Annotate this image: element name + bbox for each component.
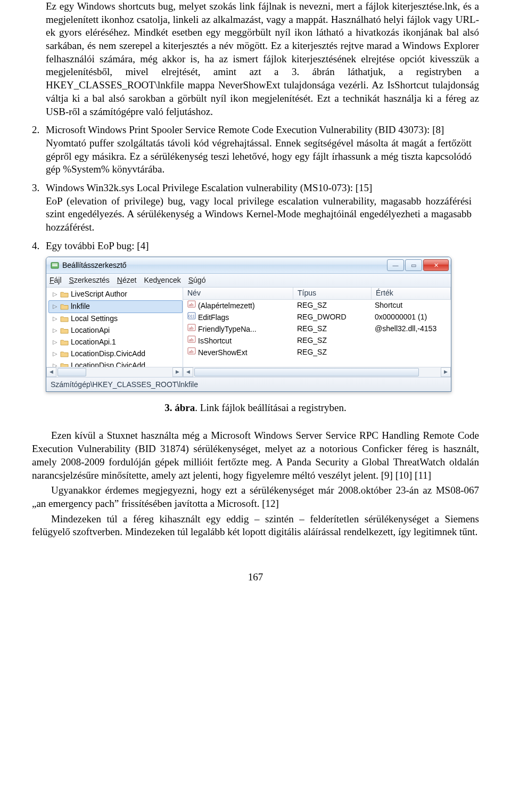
- string-value-icon: ab: [187, 300, 196, 308]
- value-type-cell: REG_DWORD: [293, 312, 370, 322]
- registry-editor-window: Beállításszerkesztő — ▭ ✕ Fájl Szerkeszt…: [46, 257, 451, 391]
- string-value-icon: ab: [187, 347, 196, 355]
- tree-expand-icon[interactable]: ▷: [52, 315, 58, 322]
- menu-help[interactable]: Súgó: [188, 275, 206, 285]
- value-name-cell: abFriendlyTypeNa...: [183, 323, 293, 334]
- scroll-left-icon[interactable]: ◀: [46, 367, 56, 377]
- tree-item[interactable]: ▷LocationDisp.CivicAdd: [48, 348, 183, 360]
- list-number: 2.: [32, 124, 46, 137]
- scroll-track[interactable]: [193, 368, 441, 376]
- tree-expand-icon[interactable]: ▷: [52, 338, 58, 346]
- scroll-thumb[interactable]: [57, 368, 86, 376]
- folder-icon: [60, 327, 69, 334]
- tree-expand-icon[interactable]: ▷: [52, 290, 58, 298]
- figure-text: . Link fájlok beállításai a registryben.: [195, 402, 346, 413]
- value-type-cell: REG_SZ: [293, 324, 370, 333]
- minimize-button[interactable]: —: [387, 259, 404, 271]
- scroll-right-icon[interactable]: ▶: [172, 367, 183, 377]
- svg-text:011: 011: [188, 314, 195, 319]
- list-number: 3.: [32, 182, 46, 195]
- menu-file[interactable]: Fájl: [50, 275, 62, 285]
- menubar: Fájl Szerkesztés Nézet Kedvencek Súgó: [46, 274, 451, 287]
- menu-underline: S: [69, 276, 74, 284]
- folder-icon: [60, 291, 69, 298]
- tree-expand-icon[interactable]: ▷: [52, 350, 58, 357]
- string-value-icon: ab: [187, 323, 196, 332]
- panes: ▷LiveScript Author▷lnkfile▷Local Setting…: [46, 288, 451, 377]
- col-value[interactable]: Érték: [372, 288, 451, 299]
- list-item-2: 2.Microsoft Windows Print Spooler Servic…: [32, 124, 479, 176]
- tree-hscrollbar[interactable]: ◀ ▶: [46, 367, 183, 377]
- registry-value-row[interactable]: abIsShortcutREG_SZ: [183, 335, 451, 347]
- folder-icon: [60, 339, 69, 346]
- registry-value-row[interactable]: ab(Alapértelmezett)REG_SZShortcut: [183, 300, 451, 311]
- figure-label: 3. ábra: [164, 402, 195, 413]
- list-header[interactable]: Név Típus Érték: [183, 288, 451, 300]
- tree-label: lnkfile: [71, 301, 90, 311]
- menu-view[interactable]: Nézet: [117, 275, 137, 285]
- paragraph-after-3: Mindezeken túl a féreg kihasznált egy ed…: [32, 513, 479, 539]
- string-value-icon: ab: [187, 335, 196, 343]
- binary-value-icon: 011: [187, 311, 196, 320]
- list-line1: Microsoft Windows Print Spooler Service …: [46, 124, 444, 135]
- value-type-cell: REG_SZ: [293, 347, 370, 357]
- tree-label: Local Settings: [71, 314, 118, 323]
- tree-label: LocationApi.1: [71, 337, 116, 347]
- col-type[interactable]: Típus: [293, 288, 372, 299]
- value-data-cell: Shortcut: [370, 300, 451, 310]
- tree-expand-icon[interactable]: ▷: [52, 326, 58, 334]
- svg-rect-2: [52, 265, 57, 266]
- value-data-cell: @shell32.dll,-4153: [370, 324, 451, 333]
- svg-text:ab: ab: [189, 302, 194, 307]
- list-number: 4.: [32, 240, 46, 253]
- menu-underline: N: [117, 276, 122, 284]
- close-button[interactable]: ✕: [423, 259, 449, 271]
- scroll-thumb[interactable]: [194, 368, 419, 376]
- menu-rest: ézet: [122, 276, 136, 284]
- menu-underline: S: [188, 276, 193, 284]
- tree-expand-icon[interactable]: ▷: [52, 302, 58, 310]
- list-line2: EoP (elevation of privilege) bug, vagy l…: [46, 195, 472, 233]
- list-item-4: 4.Egy további EoP bug: [4]: [32, 240, 479, 253]
- list-hscrollbar[interactable]: ◀ ▶: [183, 367, 451, 377]
- page-number: 167: [32, 571, 479, 584]
- folder-icon: [60, 303, 69, 310]
- registry-value-row[interactable]: abFriendlyTypeNa...REG_SZ@shell32.dll,-4…: [183, 323, 451, 335]
- maximize-button[interactable]: ▭: [405, 259, 422, 271]
- regedit-icon: [51, 261, 59, 269]
- scroll-track[interactable]: [56, 368, 172, 376]
- value-name-cell: 011EditFlags: [183, 311, 293, 322]
- list-item-3: 3.Windows Win32k.sys Local Privilege Esc…: [32, 182, 479, 234]
- titlebar[interactable]: Beállításszerkesztő — ▭ ✕: [46, 257, 451, 274]
- svg-rect-1: [52, 264, 57, 265]
- svg-text:ab: ab: [189, 325, 194, 331]
- tree-item[interactable]: ▷LocationApi.1: [48, 337, 183, 348]
- list-body: Egy további EoP bug: [4]: [46, 240, 472, 253]
- menu-edit[interactable]: Szerkesztés: [69, 275, 110, 285]
- registry-value-row[interactable]: 011EditFlagsREG_DWORD0x00000001 (1): [183, 311, 451, 323]
- paragraph-after-1: Ezen kívül a Stuxnet használta még a Mic…: [32, 429, 479, 482]
- tree-item[interactable]: ▷LiveScript Author: [48, 289, 183, 300]
- value-type-cell: REG_SZ: [293, 335, 370, 345]
- value-type-cell: REG_SZ: [293, 300, 370, 310]
- scroll-left-icon[interactable]: ◀: [183, 367, 193, 377]
- tree-item[interactable]: ▷LocationApi: [48, 325, 183, 337]
- list-body: Microsoft Windows Print Spooler Service …: [46, 124, 472, 176]
- list-pane[interactable]: Név Típus Érték ab(Alapértelmezett)REG_S…: [183, 288, 451, 377]
- registry-value-row[interactable]: abNeverShowExtREG_SZ: [183, 347, 451, 358]
- window-title: Beállításszerkesztő: [62, 260, 386, 270]
- list-body: Windows Win32k.sys Local Privilege Escal…: [46, 182, 472, 234]
- value-name-cell: ab(Alapértelmezett): [183, 300, 293, 310]
- tree-item[interactable]: ▷Local Settings: [48, 313, 183, 325]
- scroll-right-icon[interactable]: ▶: [441, 367, 451, 377]
- menu-underline: F: [50, 276, 54, 284]
- tree-pane[interactable]: ▷LiveScript Author▷lnkfile▷Local Setting…: [46, 288, 183, 377]
- tree-label: LiveScript Author: [71, 289, 127, 299]
- list-line2: Nyomtató puffer szolgáltatás távoli kód …: [46, 137, 472, 175]
- menu-favorites[interactable]: Kedvencek: [144, 275, 180, 285]
- menu-rest: úgó: [193, 276, 205, 284]
- paragraph-1: Ez egy Windows shortcuts bug, melyet szo…: [32, 0, 479, 118]
- col-name[interactable]: Név: [183, 288, 293, 299]
- tree-label: LocationApi: [71, 325, 110, 335]
- tree-item[interactable]: ▷lnkfile: [48, 300, 183, 313]
